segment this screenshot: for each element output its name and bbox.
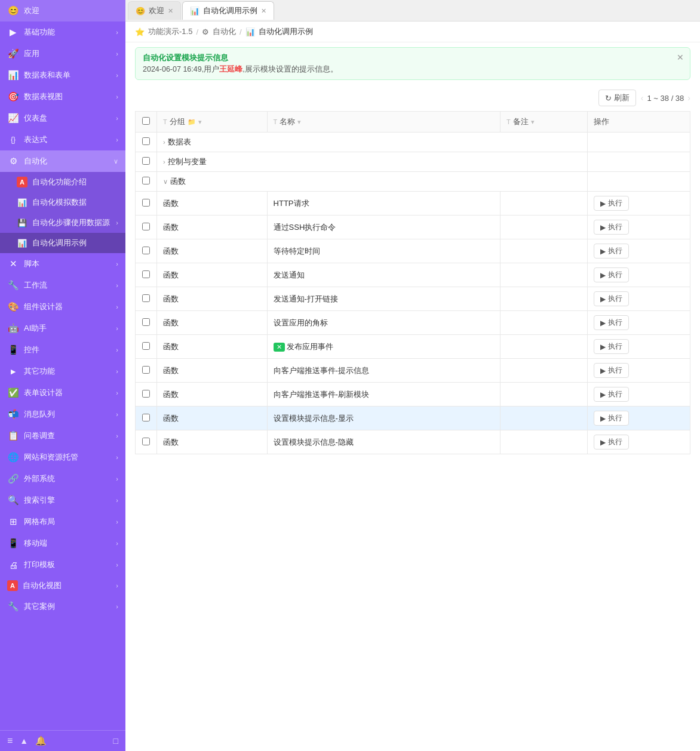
sidebar-item-script[interactable]: ✕ 脚本 › bbox=[0, 253, 125, 275]
breadcrumb-icon-2: ⚙ bbox=[202, 27, 209, 36]
th-name-filter-icon[interactable]: ▾ bbox=[297, 118, 301, 126]
chevron-icon: › bbox=[116, 368, 118, 375]
menu-icon[interactable]: ≡ bbox=[7, 735, 13, 746]
row-checkbox[interactable] bbox=[142, 318, 150, 326]
expand-icon[interactable]: › bbox=[163, 138, 165, 146]
sidebar-item-automation[interactable]: ⚙ 自动化 ∨ bbox=[0, 150, 125, 172]
sidebar-item-queue[interactable]: 📬 消息队列 › bbox=[0, 404, 125, 425]
cell-group: 函数 bbox=[157, 335, 268, 359]
row-checkbox[interactable] bbox=[142, 199, 150, 207]
sidebar-item-mobile[interactable]: 📱 移动端 › bbox=[0, 533, 125, 554]
chevron-icon: › bbox=[116, 50, 118, 57]
breadcrumb-item-2[interactable]: 自动化 bbox=[213, 26, 236, 37]
run-button[interactable]: ▶执行 bbox=[594, 244, 629, 258]
row-checkbox[interactable] bbox=[142, 342, 150, 350]
run-button[interactable]: ▶执行 bbox=[594, 315, 629, 330]
run-button[interactable]: ▶执行 bbox=[594, 339, 629, 354]
pagination-next[interactable]: › bbox=[687, 93, 690, 103]
sidebar-item-search[interactable]: 🔍 搜索引擎 › bbox=[0, 490, 125, 511]
table-row: › 控制与变量 bbox=[136, 152, 690, 172]
sidebar-item-data-table[interactable]: 📊 数据表和表单 › bbox=[0, 64, 125, 86]
play-icon: ▶ bbox=[600, 438, 606, 447]
sidebar-item-label: 自动化视图 bbox=[23, 580, 116, 591]
th-group-filter-icon[interactable]: ▾ bbox=[198, 118, 202, 126]
sidebar-item-auto-view[interactable]: A 自动化视图 › bbox=[0, 575, 125, 596]
sidebar-item-auto-example[interactable]: 📊 自动化调用示例 bbox=[0, 233, 125, 253]
alert-close-button[interactable]: ✕ bbox=[677, 53, 684, 62]
sidebar-item-dashboard[interactable]: 📈 仪表盘 › bbox=[0, 107, 125, 129]
run-button[interactable]: ▶执行 bbox=[594, 267, 629, 282]
sidebar-item-auto-mock[interactable]: 📊 自动化模拟数据 bbox=[0, 192, 125, 213]
sidebar-item-website[interactable]: 🌐 网站和资源托管 › bbox=[0, 447, 125, 468]
sidebar-item-label: 组件设计器 bbox=[24, 301, 116, 312]
tab-auto-example[interactable]: 📊 自动化调用示例 ✕ bbox=[182, 1, 274, 20]
sidebar-item-workflow[interactable]: 🔧 工作流 › bbox=[0, 275, 125, 296]
sidebar-item-app[interactable]: 🚀 应用 › bbox=[0, 43, 125, 64]
sidebar-item-print[interactable]: 🖨 打印模板 › bbox=[0, 554, 125, 575]
run-button[interactable]: ▶执行 bbox=[594, 435, 629, 450]
sidebar-item-grid[interactable]: ⊞ 网格布局 › bbox=[0, 511, 125, 533]
row-checkbox[interactable] bbox=[142, 177, 150, 184]
sidebar-item-ai[interactable]: 🤖 AI助手 › bbox=[0, 318, 125, 339]
expression-icon: {} bbox=[7, 134, 19, 146]
run-button[interactable]: ▶执行 bbox=[594, 411, 629, 426]
row-checkbox[interactable] bbox=[142, 438, 150, 445]
upload-icon[interactable]: ▲ bbox=[20, 736, 28, 746]
expand-icon[interactable]: › bbox=[163, 158, 165, 165]
run-button[interactable]: ▶执行 bbox=[594, 196, 629, 211]
sidebar-item-data-view[interactable]: 🎯 数据表视图 › bbox=[0, 86, 125, 107]
row-checkbox[interactable] bbox=[142, 247, 150, 254]
sidebar-item-other[interactable]: ▶ 其它功能 › bbox=[0, 361, 125, 382]
breadcrumb-item-1[interactable]: 功能演示-1.5 bbox=[148, 26, 192, 37]
row-checkbox[interactable] bbox=[142, 270, 150, 278]
row-checkbox[interactable] bbox=[142, 366, 150, 374]
run-button[interactable]: ▶执行 bbox=[594, 220, 629, 235]
th-remark: T 备注 ▾ bbox=[500, 112, 587, 133]
sidebar-item-control[interactable]: 📱 控件 › bbox=[0, 339, 125, 361]
sidebar-item-widget[interactable]: 🎨 组件设计器 › bbox=[0, 296, 125, 318]
sidebar-item-label: 自动化模拟数据 bbox=[32, 198, 118, 208]
tab-welcome-close[interactable]: ✕ bbox=[168, 7, 173, 15]
sidebar-item-label: 其它案例 bbox=[24, 601, 116, 612]
th-remark-filter-icon[interactable]: ▾ bbox=[531, 118, 535, 126]
collapse-icon[interactable]: ∨ bbox=[163, 178, 168, 186]
row-checkbox[interactable] bbox=[142, 414, 150, 421]
tab-welcome[interactable]: 😊 欢迎 ✕ bbox=[128, 1, 181, 20]
table-row-highlighted: 函数 设置模块提示信息-显示 ▶执行 bbox=[136, 407, 690, 430]
row-checkbox[interactable] bbox=[142, 157, 150, 165]
run-button[interactable]: ▶执行 bbox=[594, 387, 629, 402]
sidebar-item-label: 搜索引擎 bbox=[24, 495, 116, 506]
sidebar-item-welcome[interactable]: 😊 欢迎 bbox=[0, 0, 125, 21]
sidebar-item-auto-intro[interactable]: A 自动化功能介绍 bbox=[0, 172, 125, 192]
sidebar-item-form-designer[interactable]: ✅ 表单设计器 › bbox=[0, 382, 125, 404]
data-table: T 分组 📁 ▾ T 名称 ▾ bbox=[135, 111, 690, 454]
expand-icon[interactable]: □ bbox=[113, 736, 118, 746]
play-icon: ▶ bbox=[600, 319, 606, 327]
pagination-info: 1 ~ 38 / 38 bbox=[647, 94, 684, 103]
notification-icon[interactable]: 🔔 bbox=[35, 735, 47, 746]
sidebar-item-survey[interactable]: 📋 问卷调查 › bbox=[0, 425, 125, 447]
cell-remark bbox=[500, 192, 587, 216]
sidebar-item-other-cases[interactable]: 🔧 其它案例 › bbox=[0, 596, 125, 617]
sidebar-item-external[interactable]: 🔗 外部系统 › bbox=[0, 468, 125, 490]
row-checkbox[interactable] bbox=[142, 137, 150, 145]
cell-group: 函数 bbox=[157, 359, 268, 383]
tab-auto-example-icon: 📊 bbox=[190, 7, 199, 16]
select-all-checkbox[interactable] bbox=[142, 117, 150, 125]
run-button[interactable]: ▶执行 bbox=[594, 291, 629, 306]
row-checkbox[interactable] bbox=[142, 223, 150, 230]
alert-desc-suffix: ,展示模块设置的提示信息。 bbox=[242, 65, 337, 73]
refresh-button[interactable]: ↻ 刷新 bbox=[598, 90, 636, 106]
sidebar-item-auto-steps[interactable]: 💾 自动化步骤使用数据源 › bbox=[0, 213, 125, 233]
tab-auto-example-close[interactable]: ✕ bbox=[261, 7, 266, 15]
row-checkbox[interactable] bbox=[142, 294, 150, 302]
cell-remark bbox=[500, 383, 587, 407]
pagination-prev[interactable]: ‹ bbox=[641, 93, 644, 103]
alert-desc-prefix: 2024-06-07 16:49,用户 bbox=[143, 65, 219, 73]
sidebar-item-expression[interactable]: {} 表达式 › bbox=[0, 129, 125, 150]
sidebar-item-basic[interactable]: ▶ 基础功能 › bbox=[0, 21, 125, 43]
row-checkbox[interactable] bbox=[142, 390, 150, 398]
run-button[interactable]: ▶执行 bbox=[594, 363, 629, 378]
cell-name: 向客户端推送事件-刷新模块 bbox=[267, 383, 500, 407]
chevron-icon: › bbox=[116, 282, 118, 289]
